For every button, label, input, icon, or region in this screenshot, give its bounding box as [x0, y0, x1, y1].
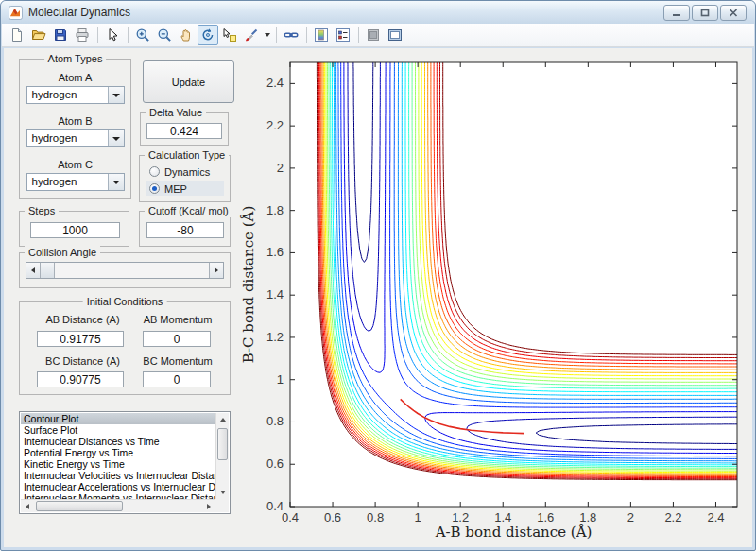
print-figure-button[interactable]	[72, 25, 93, 45]
delta-value-input[interactable]	[146, 123, 222, 139]
svg-text:B-C bond distance (Å): B-C bond distance (Å)	[240, 206, 257, 364]
atom-b-label: Atom B	[20, 115, 130, 127]
toolbar-separator	[358, 27, 359, 43]
brush-dropdown-button[interactable]	[263, 25, 271, 45]
insert-legend-button[interactable]	[333, 25, 353, 45]
minimize-icon	[672, 9, 681, 17]
panel-title: Atom Types	[44, 52, 107, 65]
new-figure-icon	[9, 27, 25, 43]
bc-distance-input[interactable]	[37, 371, 124, 387]
figure-toolbar	[2, 24, 754, 47]
scrollbar-corner	[215, 499, 229, 512]
horizontal-scrollbar[interactable]	[21, 499, 215, 512]
ab-momentum-input[interactable]	[143, 331, 211, 347]
minimize-button[interactable]	[663, 5, 690, 21]
calculation-type-panel: Calculation Type Dynamics MEP	[139, 155, 231, 202]
toolbar-separator	[128, 27, 129, 43]
scroll-right-arrow[interactable]	[204, 500, 214, 512]
collision-angle-slider[interactable]	[26, 262, 224, 279]
mep-radio-label: MEP	[164, 183, 187, 195]
atom-types-panel: Atom Types Atom A hydrogen Atom B hydrog…	[19, 59, 131, 199]
radio-icon[interactable]	[149, 166, 160, 177]
restore-button[interactable]	[692, 5, 718, 21]
list-item[interactable]: Surface Plot	[21, 424, 215, 436]
horizontal-scroll-thumb[interactable]	[36, 501, 123, 511]
list-item[interactable]: Potential Energy vs Time	[21, 447, 215, 458]
slider-track[interactable]	[55, 263, 209, 278]
atom-c-label: Atom C	[20, 159, 130, 170]
dynamics-radio-label: Dynamics	[164, 166, 210, 178]
steps-input[interactable]	[30, 222, 120, 238]
panel-title: Delta Value	[146, 106, 206, 119]
arrow-cursor-icon	[105, 27, 120, 43]
svg-text:0.6: 0.6	[266, 456, 284, 471]
bc-momentum-input[interactable]	[143, 371, 211, 387]
svg-text:2.4: 2.4	[266, 76, 284, 90]
atom-c-dropdown[interactable]: hydrogen	[26, 173, 125, 191]
dropdown-arrow-icon	[108, 87, 124, 103]
zoom-out-button[interactable]	[154, 25, 175, 45]
app-window: Molecular Dynamics	[0, 0, 756, 551]
toolbar-separator	[97, 27, 98, 43]
show-plot-tools-button[interactable]	[385, 25, 405, 45]
svg-text:A-B bond distance (Å): A-B bond distance (Å)	[435, 524, 593, 541]
slider-left-arrow[interactable]	[26, 263, 41, 278]
slider-thumb[interactable]	[41, 263, 55, 278]
scroll-left-arrow[interactable]	[23, 500, 32, 512]
data-cursor-icon	[222, 27, 237, 43]
hide-plot-tools-button[interactable]	[363, 25, 384, 45]
panel-title: Initial Conditions	[83, 295, 167, 308]
left-arrow-icon	[31, 267, 35, 273]
cutoff-panel: Cutoff (Kcal/ mol)	[139, 211, 231, 247]
up-arrow-icon	[220, 418, 226, 422]
list-item[interactable]: Internuclear Distances vs Time	[21, 436, 215, 447]
list-item[interactable]: Internuclear Velocities vs Internuclear …	[21, 470, 215, 481]
link-plot-button[interactable]	[281, 25, 301, 45]
list-item[interactable]: Internuclear Accelerations vs Internucle…	[21, 481, 215, 492]
slider-right-arrow[interactable]	[209, 263, 223, 278]
list-item[interactable]: Kinetic Energy vs Time	[21, 458, 215, 470]
scroll-down-arrow[interactable]	[216, 488, 229, 497]
data-cursor-button[interactable]	[219, 25, 240, 45]
listbox-rows: Contour PlotSurface PlotInternuclear Dis…	[21, 413, 215, 499]
svg-text:1.8: 1.8	[266, 203, 284, 217]
list-item[interactable]: Contour Plot	[21, 413, 215, 424]
svg-text:1.4: 1.4	[266, 287, 284, 301]
plot-type-listbox[interactable]: Contour PlotSurface PlotInternuclear Dis…	[19, 411, 231, 514]
open-file-button[interactable]	[28, 25, 49, 45]
arrow-cursor-button[interactable]	[102, 25, 123, 45]
atom-a-label: Atom A	[20, 72, 130, 83]
save-figure-button[interactable]	[50, 25, 71, 45]
svg-text:0.4: 0.4	[282, 510, 299, 525]
update-button[interactable]: Update	[143, 60, 234, 103]
atom-c-value: hydrogen	[27, 174, 108, 190]
zoom-in-icon	[135, 27, 150, 43]
brush-button[interactable]	[241, 25, 262, 45]
titlebar[interactable]: Molecular Dynamics	[1, 1, 755, 24]
close-button[interactable]	[720, 5, 747, 21]
atom-b-field: Atom B hydrogen	[20, 115, 130, 147]
delta-value-panel: Delta Value	[140, 112, 229, 146]
radio-selected-icon[interactable]	[149, 183, 160, 194]
svg-text:2.2: 2.2	[266, 118, 284, 132]
pan-hand-button[interactable]	[176, 25, 197, 45]
new-figure-button[interactable]	[7, 25, 27, 45]
scroll-up-arrow[interactable]	[216, 415, 229, 424]
dynamics-radio-row[interactable]: Dynamics	[146, 164, 224, 179]
atom-b-dropdown[interactable]: hydrogen	[26, 129, 125, 147]
svg-text:1.8: 1.8	[579, 510, 596, 525]
insert-colorbar-button[interactable]	[311, 25, 332, 45]
svg-text:0.8: 0.8	[266, 414, 284, 428]
cutoff-input[interactable]	[146, 222, 224, 238]
rotate-3d-button[interactable]	[198, 25, 218, 45]
vertical-scrollbar[interactable]	[215, 413, 229, 499]
zoom-in-button[interactable]	[132, 25, 153, 45]
svg-text:1: 1	[277, 372, 284, 387]
vertical-scroll-thumb[interactable]	[217, 428, 228, 460]
list-item[interactable]: Internuclear Momenta vs Internuclear Dis…	[21, 492, 215, 499]
ab-distance-input[interactable]	[37, 331, 124, 347]
atom-a-dropdown[interactable]: hydrogen	[26, 86, 125, 104]
svg-text:2.4: 2.4	[707, 510, 724, 525]
mep-radio-row[interactable]: MEP	[146, 181, 224, 196]
svg-text:1: 1	[415, 510, 421, 525]
